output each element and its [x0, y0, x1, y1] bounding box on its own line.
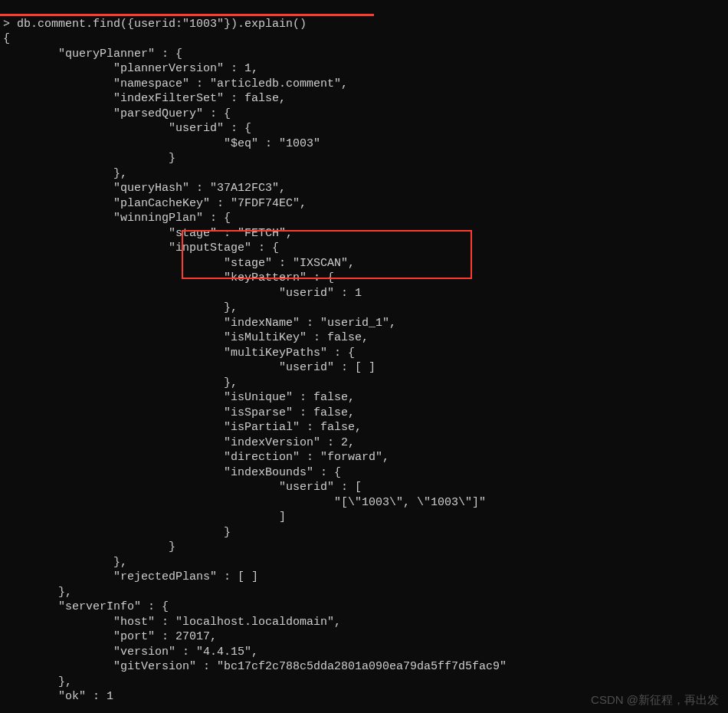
output-line: }: [3, 151, 725, 166]
output-line: "userid" : {: [3, 121, 725, 136]
output-line: "serverInfo" : {: [3, 600, 725, 615]
command-text: db.comment.find({userid:"1003"}).explain…: [17, 18, 307, 31]
output-line: "$eq" : "1003": [3, 136, 725, 152]
output-line: "[\"1003\", \"1003\"]": [3, 495, 725, 511]
output-line: "indexFilterSet" : false,: [3, 91, 725, 107]
output-line: "stage" : "FETCH",: [3, 226, 725, 242]
command-underline-annotation: [0, 14, 374, 16]
output-line: },: [3, 555, 725, 570]
output-line: }: [3, 525, 725, 540]
output-line: "indexVersion" : 2,: [3, 435, 725, 451]
output-line: "isPartial" : false,: [3, 420, 725, 435]
output-line: }: [3, 540, 725, 555]
output-line: },: [3, 675, 725, 690]
output-line: "host" : "localhost.localdomain",: [3, 615, 725, 630]
terminal-output: > db.comment.find({userid:"1003"}).expla…: [0, 0, 728, 713]
output-line: "direction" : "forward",: [3, 450, 725, 465]
output-line: "multiKeyPaths" : {: [3, 346, 725, 361]
output-line: "indexBounds" : {: [3, 465, 725, 481]
output-line: "planCacheKey" : "7FDF74EC",: [3, 196, 725, 212]
output-lines: { "queryPlanner" : { "plannerVersion" : …: [3, 31, 725, 705]
output-line: "stage" : "IXSCAN",: [3, 256, 725, 271]
output-line: "winningPlan" : {: [3, 211, 725, 226]
output-line: "plannerVersion" : 1,: [3, 61, 725, 77]
output-line: "userid" : 1: [3, 286, 725, 301]
output-line: },: [3, 166, 725, 182]
output-line: "userid" : [: [3, 480, 725, 495]
output-line: "isSparse" : false,: [3, 406, 725, 421]
output-line: "queryPlanner" : {: [3, 47, 725, 62]
output-line: "namespace" : "articledb.comment",: [3, 77, 725, 92]
watermark-text: CSDN @新征程，再出发: [591, 692, 719, 708]
output-line: "indexName" : "userid_1",: [3, 316, 725, 331]
output-line: },: [3, 376, 725, 391]
output-line: "port" : 27017,: [3, 629, 725, 645]
output-line: ]: [3, 510, 725, 525]
output-line: "inputStage" : {: [3, 241, 725, 256]
prompt-char: >: [3, 18, 10, 31]
output-line: "version" : "4.4.15",: [3, 645, 725, 660]
output-line: "keyPattern" : {: [3, 271, 725, 286]
output-line: "queryHash" : "37A12FC3",: [3, 181, 725, 196]
output-line: "parsedQuery" : {: [3, 107, 725, 122]
output-line: "rejectedPlans" : [ ]: [3, 570, 725, 585]
output-line: },: [3, 585, 725, 600]
output-line: "userid" : [ ]: [3, 360, 725, 376]
output-line: {: [3, 31, 725, 47]
output-line: "isMultiKey" : false,: [3, 330, 725, 346]
output-line: "gitVersion" : "bc17cf2c788c5dda2801a090…: [3, 659, 725, 675]
output-line: "isUnique" : false,: [3, 390, 725, 406]
output-line: },: [3, 301, 725, 316]
